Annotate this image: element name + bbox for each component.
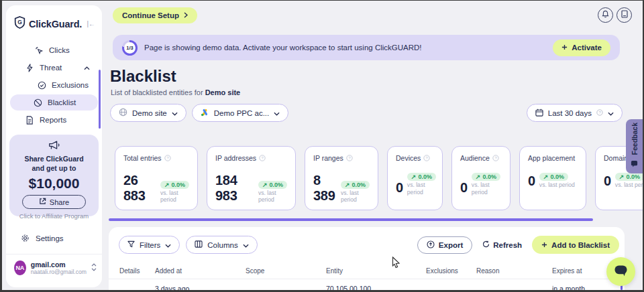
add-to-blacklist-button[interactable]: Add to Blacklist bbox=[532, 236, 619, 254]
cards-horizontal-scrollbar[interactable] bbox=[109, 218, 593, 221]
export-button[interactable]: Export bbox=[417, 236, 472, 254]
stat-label: IP addresses bbox=[215, 154, 256, 162]
stat-card-app-placement: App placement? 0 ↗0.0%vs. last period bbox=[519, 146, 586, 210]
click-cursor-icon bbox=[34, 46, 44, 55]
column-header-entity[interactable]: Entity bbox=[326, 267, 426, 275]
trend-up-icon: ↗ bbox=[262, 181, 268, 188]
help-icon[interactable]: ? bbox=[423, 155, 430, 161]
promo-amount: $10,000 bbox=[9, 175, 99, 192]
add-to-blacklist-label: Add to Blacklist bbox=[551, 241, 610, 249]
stat-value: 26 883 bbox=[123, 173, 156, 204]
notifications-button[interactable] bbox=[598, 7, 613, 23]
column-header-added-at[interactable]: Added at bbox=[155, 267, 246, 275]
chevron-down-icon bbox=[608, 109, 614, 117]
svg-text:?: ? bbox=[348, 156, 351, 160]
help-icon[interactable]: ? bbox=[492, 155, 499, 161]
chevron-up-icon[interactable] bbox=[84, 64, 90, 72]
trend-up-icon: ↗ bbox=[476, 173, 481, 180]
refresh-label: Refresh bbox=[493, 241, 522, 249]
affiliate-link[interactable]: Click to Affiliate Program bbox=[9, 212, 99, 220]
gear-icon bbox=[21, 234, 30, 244]
sidebar-item-blacklist[interactable]: Blacklist bbox=[10, 94, 98, 111]
table-row[interactable]: 3 days ago 70.105.00.100 in a month bbox=[109, 279, 625, 290]
feedback-label: Feedback bbox=[631, 123, 639, 155]
svg-text:?: ? bbox=[426, 156, 429, 160]
bell-icon bbox=[602, 10, 609, 20]
chevron-down-icon bbox=[172, 109, 178, 117]
lightning-icon bbox=[25, 64, 34, 72]
stat-value: 184 983 bbox=[215, 173, 254, 204]
stat-label: Total entries bbox=[123, 154, 162, 162]
chevron-down-icon bbox=[243, 241, 249, 249]
filter-funnel-icon bbox=[127, 240, 135, 249]
setup-progress-ring: 1/3 bbox=[122, 40, 138, 56]
stat-caption: vs. last period bbox=[407, 181, 433, 196]
affiliate-promo-card[interactable]: Share ClickGuard and get up to $10,000 S… bbox=[9, 135, 99, 216]
filters-button[interactable]: Filters bbox=[119, 236, 180, 254]
stat-label: Devices bbox=[396, 154, 421, 162]
sidebar-item-settings[interactable]: Settings bbox=[10, 230, 98, 246]
column-header-details[interactable]: Details bbox=[119, 267, 155, 275]
stat-delta: 0.0% bbox=[550, 173, 564, 180]
sidebar-item-exclusions[interactable]: Exclusions bbox=[10, 77, 98, 93]
chat-widget-button[interactable] bbox=[606, 257, 635, 286]
site-picker[interactable]: Demo site bbox=[110, 104, 186, 122]
sidebar-scrollbar[interactable] bbox=[99, 70, 101, 129]
refresh-icon bbox=[482, 240, 490, 249]
help-icon: ? bbox=[596, 109, 603, 117]
sidebar-item-threat[interactable]: Threat bbox=[10, 60, 98, 76]
chevron-updown-icon bbox=[91, 262, 97, 274]
trend-up-icon: ↗ bbox=[411, 173, 417, 180]
clickguard-app: G ClickGuard. |← Clicks Threat Exclusi bbox=[2, 1, 643, 290]
account-email: naatali.ro@gmail.com bbox=[31, 269, 87, 275]
ppc-account-picker[interactable]: Demo PPC ac... bbox=[192, 104, 288, 122]
page-subtitle-text: List of blacklisted entities for bbox=[111, 88, 203, 96]
column-header-reason[interactable]: Reason bbox=[476, 267, 552, 275]
chevron-right-icon bbox=[184, 11, 188, 19]
sidebar-item-clicks[interactable]: Clicks bbox=[10, 42, 98, 58]
stat-delta: 0.0% bbox=[352, 181, 366, 188]
cell-added-at: 3 days ago bbox=[155, 285, 246, 290]
filters-label: Filters bbox=[140, 241, 160, 249]
export-icon bbox=[427, 240, 435, 250]
docs-button[interactable] bbox=[616, 7, 632, 23]
column-header-exclusions[interactable]: Exclusions bbox=[426, 267, 476, 275]
brand-row: G ClickGuard. |← bbox=[6, 5, 102, 41]
trend-up-icon: ↗ bbox=[345, 181, 350, 188]
help-icon[interactable]: ? bbox=[164, 155, 171, 161]
activate-button[interactable]: Activate bbox=[553, 40, 610, 56]
columns-button[interactable]: Columns bbox=[186, 236, 257, 254]
stat-delta: 0.0% bbox=[626, 173, 640, 180]
feedback-tab[interactable]: Feedback bbox=[626, 119, 643, 173]
activate-label: Activate bbox=[572, 44, 602, 52]
site-picker-label: Demo site bbox=[132, 109, 167, 117]
sidebar-item-reports[interactable]: Reports bbox=[10, 112, 98, 128]
page-subtitle-target: Demo site bbox=[205, 88, 241, 96]
date-range-picker[interactable]: Last 30 days ? bbox=[527, 104, 623, 122]
share-button[interactable]: Share bbox=[22, 195, 86, 209]
sidebar-item-label: Threat bbox=[40, 64, 62, 72]
help-icon[interactable]: ? bbox=[346, 155, 353, 161]
svg-text:?: ? bbox=[166, 156, 169, 160]
block-circle-icon bbox=[33, 98, 42, 107]
stat-caption: vs. last period bbox=[258, 190, 284, 204]
continue-setup-button[interactable]: Continue Setup bbox=[113, 7, 197, 23]
promo-heading: Share ClickGuard and get up to bbox=[9, 153, 99, 174]
collapse-sidebar-icon[interactable]: |← bbox=[87, 20, 95, 27]
refresh-button[interactable]: Refresh bbox=[478, 240, 526, 249]
chevron-down-icon bbox=[274, 109, 280, 117]
setup-progress-value: 1/3 bbox=[124, 42, 136, 54]
stat-card-total-entries: Total entries? 26 883 ↗0.0%vs. last peri… bbox=[115, 146, 198, 210]
help-icon[interactable]: ? bbox=[259, 155, 266, 161]
stat-card-ip-ranges: IP ranges? 8 389 ↗0.0%vs. last period bbox=[305, 146, 378, 210]
account-switcher[interactable]: NA gmail.com naatali.ro@gmail.com bbox=[14, 261, 97, 275]
trend-up-icon: ↗ bbox=[164, 181, 170, 188]
continue-setup-label: Continue Setup bbox=[122, 11, 179, 19]
table-header-row: Details Added at Scope Entity Exclusions… bbox=[109, 263, 625, 279]
google-ads-icon bbox=[201, 108, 209, 118]
columns-label: Columns bbox=[207, 241, 237, 249]
column-header-scope[interactable]: Scope bbox=[246, 267, 326, 275]
sidebar-item-label: Reports bbox=[40, 116, 66, 124]
stat-delta: 0.0% bbox=[482, 173, 496, 180]
columns-icon bbox=[195, 240, 203, 249]
